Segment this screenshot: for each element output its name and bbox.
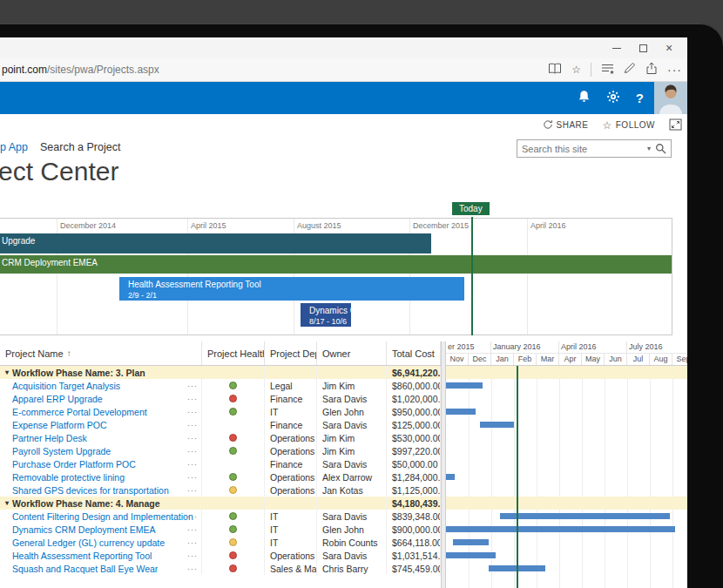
gantt-row [446, 444, 687, 457]
row-more-button[interactable]: ··· [187, 392, 198, 405]
project-name-link[interactable]: Expense Platform POC [5, 420, 107, 430]
project-row: Removable protective lining···Operations… [0, 470, 441, 483]
project-name-link[interactable]: Apparel ERP Upgrade [5, 394, 103, 404]
health-cell [202, 562, 265, 575]
settings-gear-icon[interactable] [606, 90, 620, 107]
follow-star-icon: ☆ [603, 120, 612, 131]
gantt-month-group-label: er 2015 [446, 341, 491, 353]
project-name-link[interactable]: Acquisition Target Analysis [5, 381, 120, 391]
minimize-button[interactable] [604, 37, 630, 58]
site-search-input[interactable] [517, 144, 645, 154]
gantt-bar[interactable] [446, 409, 476, 415]
gantt-month-label: Mar [537, 354, 559, 365]
timeline-bar-dates: 2/9 - 2/1 [119, 289, 464, 300]
gantt-bar[interactable] [480, 422, 514, 428]
column-header[interactable]: Owner [317, 341, 387, 365]
gantt-bar[interactable] [446, 382, 483, 389]
maximize-button[interactable] [630, 37, 656, 58]
project-name-link[interactable]: Purchase Order Platform POC [5, 459, 136, 470]
timeline-bar[interactable]: Upgrade [0, 233, 431, 253]
reading-view-icon[interactable] [548, 62, 562, 78]
gantt-row [446, 431, 687, 444]
fullscreen-icon [669, 118, 682, 132]
row-more-button[interactable]: ··· [187, 431, 198, 444]
timeline-bar[interactable]: Health Assessment Reporting Tool2/9 - 2/… [119, 277, 464, 301]
nav-search-a-project[interactable]: Search a Project [40, 141, 120, 153]
total-cost-cell: $125,000.00 [387, 418, 441, 431]
gantt-bar[interactable] [446, 552, 496, 558]
row-more-button[interactable]: ··· [187, 549, 198, 562]
project-name-link[interactable]: E-commerce Portal Development [5, 407, 147, 417]
suite-bar-icons: ? [578, 82, 644, 114]
project-name-link[interactable]: Shared GPS devices for transportation [5, 485, 169, 496]
nav-project-web-app[interactable]: p App [0, 141, 28, 153]
timeline-bar[interactable]: Dynamics CR...8/17 - 10/6 [301, 303, 351, 327]
department-cell [265, 366, 317, 379]
group-row: ▾Workflow Phase Name: 4. Manage$4,180,43… [0, 497, 441, 510]
project-row: Payroll System Upgrade···OperationsJim K… [0, 444, 441, 457]
close-button[interactable]: × [656, 37, 682, 58]
search-scope-chevron-icon[interactable]: ▾ [645, 145, 653, 152]
gantt-month-group-label: July 2016 [627, 341, 687, 353]
project-name-link[interactable]: Partner Help Desk [5, 433, 87, 443]
gantt-bar[interactable] [500, 513, 670, 519]
grid-rows: ▾Workflow Phase Name: 3. Plan$6,941,220.… [0, 366, 441, 575]
row-more-button[interactable]: ··· [187, 562, 198, 575]
name-cell: Removable protective lining··· [0, 470, 202, 483]
row-more-button[interactable]: ··· [187, 523, 198, 536]
collapse-triangle-icon[interactable]: ▾ [5, 499, 9, 507]
share-page-icon[interactable] [645, 62, 658, 78]
row-more-button[interactable]: ··· [187, 483, 198, 497]
row-more-button[interactable]: ··· [187, 457, 198, 470]
health-cell [202, 457, 265, 470]
web-note-icon[interactable] [624, 62, 636, 78]
row-more-button[interactable]: ··· [187, 405, 198, 418]
row-more-button[interactable]: ··· [187, 444, 198, 457]
timeline-axis-label: December 2015 [413, 221, 469, 230]
gantt-month-label: Jan [491, 354, 514, 365]
project-name-link[interactable]: Squash and Racquet Ball Eye Wear [5, 564, 158, 574]
more-options-icon[interactable]: ··· [667, 64, 682, 76]
project-name-link[interactable]: Payroll System Upgrade [5, 446, 111, 456]
project-name-link[interactable]: Removable protective lining [5, 472, 125, 483]
row-more-button[interactable]: ··· [187, 470, 198, 483]
project-name-link[interactable]: Health Assessment Reporting Tool [5, 551, 152, 561]
row-more-button[interactable]: ··· [187, 418, 198, 431]
browser-window: × point.com/sites/pwa/Projects.aspx ☆ ··… [0, 37, 687, 588]
gantt-bar[interactable] [446, 526, 675, 532]
follow-label: FOLLOW [616, 120, 655, 130]
column-header[interactable]: Project Name↑ [0, 341, 202, 365]
collapse-triangle-icon[interactable]: ▾ [5, 368, 9, 376]
project-row: Partner Help Desk···OperationsJim Kim$53… [0, 431, 441, 444]
column-header[interactable]: Project Department [265, 341, 317, 365]
follow-button[interactable]: ☆ FOLLOW [603, 120, 656, 131]
gantt-row [446, 483, 687, 497]
gantt-bar[interactable] [453, 539, 490, 545]
name-cell: Content Filtering Design and Implementat… [0, 510, 202, 523]
help-icon[interactable]: ? [636, 91, 644, 105]
search-magnifier-icon[interactable] [653, 143, 671, 154]
project-name-link[interactable]: Dynamics CRM Deployment EMEA [5, 524, 156, 535]
row-more-button[interactable]: ··· [187, 510, 198, 523]
notifications-bell-icon[interactable] [578, 90, 591, 107]
owner-cell: Sara Davis [317, 510, 387, 523]
row-more-button[interactable]: ··· [187, 379, 198, 392]
project-name-link[interactable]: General Ledger (GL) currency update [5, 537, 165, 548]
row-more-button[interactable]: ··· [187, 536, 198, 549]
column-header[interactable]: Project Health [202, 341, 265, 365]
project-name-link[interactable]: Content Filtering Design and Implementat… [5, 511, 193, 522]
user-avatar[interactable] [654, 82, 687, 114]
share-button[interactable]: SHARE [543, 119, 589, 132]
column-header[interactable]: Total Cost [387, 341, 441, 365]
health-cell [202, 366, 265, 379]
health-cell [202, 510, 265, 523]
address-url[interactable]: point.com/sites/pwa/Projects.aspx [0, 64, 159, 76]
hub-icon[interactable] [601, 62, 614, 78]
focus-content-button[interactable] [669, 118, 682, 132]
timeline-bar[interactable]: CRM Deployment EMEA [0, 255, 672, 274]
project-row: Purchase Order Platform POC···FinanceSar… [0, 457, 441, 470]
name-cell: Shared GPS devices for transportation··· [0, 483, 202, 497]
favorite-star-icon[interactable]: ☆ [571, 64, 581, 75]
gantt-bar[interactable] [446, 474, 455, 480]
gantt-month-label: May [582, 354, 605, 365]
